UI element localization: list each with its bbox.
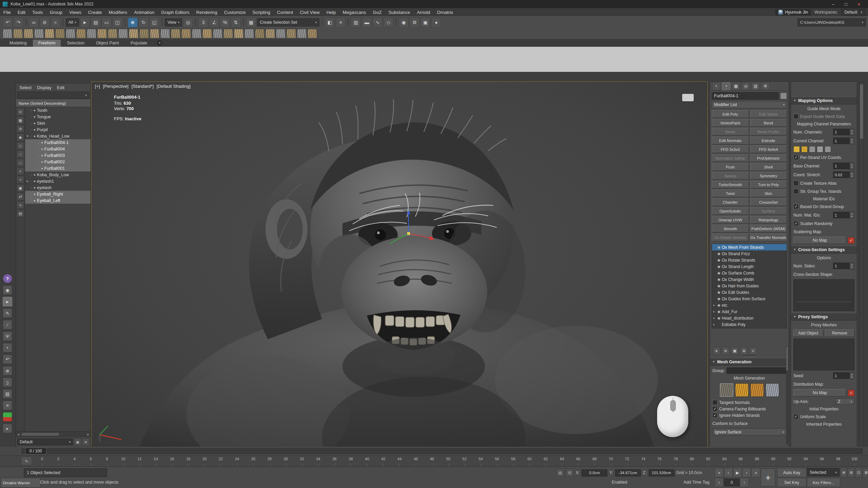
modifier-button[interactable]: Skin (750, 189, 787, 197)
timeline-tick[interactable]: 4 (66, 455, 83, 466)
strip-mesh-icon[interactable] (720, 383, 733, 397)
scene-explorer-row[interactable]: ◌ ● FurBall004 (25, 146, 91, 152)
maximize-button[interactable]: □ (840, 0, 852, 8)
timeline-tick[interactable]: 40 (359, 455, 375, 466)
key-filters-button[interactable]: Key Filters... (807, 478, 840, 487)
modifier-button[interactable]: PathDeform (WSM) (750, 225, 787, 232)
scene-explorer-row[interactable]: ◌ ● FurBall003 (25, 152, 91, 159)
set-keys-button[interactable]: + (761, 469, 775, 486)
modifier-button[interactable]: Ox Retain Strands (712, 233, 749, 241)
modifier-visibility-icon[interactable]: ◉ (717, 310, 721, 313)
ornatrix-tool-icon[interactable] (55, 29, 65, 38)
timeline-tick[interactable]: 50 (440, 455, 456, 466)
cross-section-shape-preview[interactable] (793, 279, 854, 311)
timeline-tick[interactable]: 42 (375, 455, 391, 466)
ribbon-tab[interactable]: Modeling (4, 40, 32, 47)
visibility-icon[interactable]: ◌ (31, 192, 32, 196)
visibility-icon[interactable]: ◌ (38, 160, 40, 164)
toggle-ribbon-icon[interactable]: ▬ ▾ (362, 18, 372, 27)
ribbon-config-icon[interactable]: ▾ (157, 40, 162, 46)
maxscript-mini-listener[interactable]: Ornatrix Warnin (1, 478, 41, 488)
group-field[interactable] (727, 367, 786, 374)
time-slider-handle[interactable]: 0 / 100 (25, 448, 46, 454)
current-channel-spinner[interactable]: 1 ▴▾ (833, 137, 854, 144)
window-crossing-toggle-icon[interactable]: ◫ ▾ (113, 18, 122, 27)
scene-explorer-row[interactable]: ▸ ◌ ● eyelash1 (25, 178, 91, 184)
separator[interactable]: ▾ (322, 19, 322, 26)
ornatrix-tool-icon[interactable] (118, 29, 128, 38)
group-tex-islands-checkbox[interactable]: ✓ (793, 189, 798, 194)
expand-arrow-icon[interactable]: ▾ (26, 135, 29, 138)
per-strand-uv-checkbox[interactable]: ✓ (793, 155, 798, 160)
expand-arrow-icon[interactable]: ▸ (713, 304, 716, 307)
scroll-right-icon[interactable]: ▸ (86, 433, 91, 436)
modifier-button[interactable]: Edit Normals (712, 137, 749, 144)
scene-explorer-row[interactable]: ◌ ● eyelash (25, 184, 91, 191)
modifier-button[interactable]: Edit Poly (712, 110, 749, 118)
hair-color-swatch[interactable] (3, 412, 12, 422)
distribution-map-button[interactable]: No Map (793, 389, 846, 396)
expand-arrow-icon[interactable]: ▸ (26, 180, 29, 183)
based-on-strand-group-checkbox[interactable]: ✓ (793, 204, 798, 209)
menu-item[interactable]: File (0, 8, 14, 16)
ribbon-tab[interactable]: Freeform (33, 40, 61, 47)
add-object-button[interactable]: Add Object (793, 329, 823, 337)
display-lights-icon[interactable]: ○ (17, 150, 24, 158)
up-axis-dropdown[interactable]: Z ▾ (835, 398, 854, 405)
workspace-dropdown[interactable]: Default ▾ (841, 9, 865, 16)
timeline-tick[interactable]: 44 (391, 455, 408, 466)
select-and-rotate-icon[interactable]: ↻ ▾ (139, 18, 149, 27)
menu-item[interactable]: Tools (29, 8, 46, 16)
modifier-visibility-icon[interactable]: ◉ (717, 265, 721, 268)
checkbox[interactable]: ✓ (712, 400, 717, 405)
bind-to-space-warp-icon[interactable]: ≈ ▾ (51, 18, 60, 27)
presets-tool-icon[interactable]: ▤ (3, 389, 12, 399)
create-tab-icon[interactable]: + (712, 82, 721, 90)
viewport-menu-view[interactable]: [Perspective] (103, 84, 129, 89)
close-icon[interactable]: × (85, 93, 87, 97)
seed-spinner[interactable]: 1 ▴▾ (833, 372, 854, 379)
modifier-visibility-icon[interactable]: ◉ (717, 252, 721, 256)
y-coordinate-field[interactable]: -34.671cm (615, 469, 641, 476)
timeline-tick[interactable]: 66 (570, 455, 586, 466)
modifier-button[interactable]: Extrude (750, 137, 787, 144)
separator[interactable]: ▾ (125, 19, 125, 26)
scene-explorer-column-header[interactable]: Name (Sorted Descending) (16, 100, 91, 107)
isolate-selection-icon[interactable]: ◎ (556, 469, 564, 477)
scene-explorer-row[interactable]: ▾ ◌ ● Koba_Head_Low (25, 133, 91, 139)
menu-item[interactable]: Content (274, 8, 296, 16)
modifier-button[interactable]: Shell (750, 163, 787, 171)
timeline-tick[interactable]: 22 (213, 455, 229, 466)
uniform-scale-checkbox[interactable]: ✓ (793, 414, 798, 419)
redo-icon[interactable]: ↷ ▾ (14, 18, 23, 27)
num-channels-spinner[interactable]: 1 ▴▾ (833, 128, 854, 136)
expand-arrow-icon[interactable]: ▸ (713, 317, 716, 320)
separator[interactable]: ▾ (348, 19, 349, 26)
timeline-tick[interactable]: 36 (327, 455, 343, 466)
modifier-button[interactable]: Surface (750, 207, 787, 215)
timeline-tick[interactable]: 100 (846, 455, 863, 466)
timeline-tick[interactable]: 84 (716, 455, 733, 466)
timeline-tick[interactable]: 94 (797, 455, 814, 466)
selection-lock-icon[interactable]: ⊙ (566, 469, 574, 477)
undo-tool-icon[interactable]: ↶ (3, 354, 12, 364)
scroll-left-icon[interactable]: ◂ (16, 433, 21, 436)
map-enabled-toggle[interactable]: ✓ (848, 237, 854, 244)
menu-item[interactable]: Create (85, 8, 105, 16)
ornatrix-tool-icon[interactable] (276, 29, 285, 38)
selection-filter-dropdown[interactable]: All ▾ (66, 18, 79, 26)
timeline-tick[interactable]: 78 (668, 455, 684, 466)
timeline-tick[interactable]: 64 (554, 455, 570, 466)
ornatrix-tool-icon[interactable] (139, 29, 149, 38)
timeline-tick[interactable]: 14 (147, 455, 164, 466)
scrollbar-thumb[interactable] (21, 432, 59, 436)
modifier-visibility-icon[interactable]: ◉ (717, 245, 721, 249)
ornatrix-tool-icon[interactable] (202, 29, 212, 38)
separator[interactable]: ▾ (26, 19, 26, 26)
spinner-snap-icon[interactable]: ⇅ ▾ (231, 18, 241, 27)
scene-explorer-menu[interactable]: Select (19, 85, 32, 90)
collapse-toolbar-icon[interactable]: ▸ (3, 424, 12, 433)
plant-guides-tool-icon[interactable]: ▯ (3, 378, 12, 387)
current-frame-field[interactable]: 0 (724, 479, 739, 486)
viewport-menu-renderer[interactable]: [Standard*] (132, 84, 154, 89)
